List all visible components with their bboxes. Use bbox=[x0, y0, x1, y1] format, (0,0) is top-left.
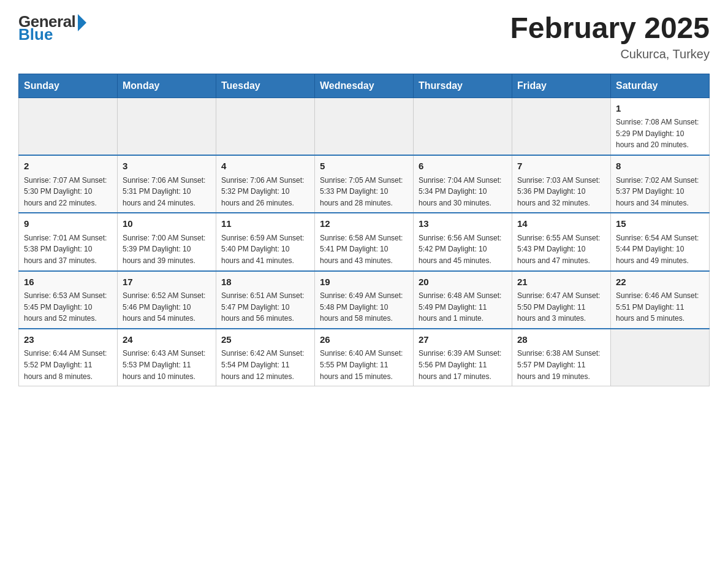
day-info: Sunrise: 6:56 AM Sunset: 5:42 PM Dayligh… bbox=[419, 232, 507, 267]
calendar-cell: 25Sunrise: 6:42 AM Sunset: 5:54 PM Dayli… bbox=[216, 329, 315, 386]
day-number: 20 bbox=[419, 275, 507, 289]
day-info: Sunrise: 6:53 AM Sunset: 5:45 PM Dayligh… bbox=[24, 290, 112, 324]
day-of-week-header: Wednesday bbox=[315, 74, 414, 98]
page-subtitle: Cukurca, Turkey bbox=[510, 47, 710, 61]
logo-blue-text: Blue bbox=[18, 25, 53, 44]
day-number: 7 bbox=[517, 159, 605, 174]
calendar-cell: 10Sunrise: 7:00 AM Sunset: 5:39 PM Dayli… bbox=[118, 213, 216, 270]
day-of-week-header: Thursday bbox=[414, 74, 512, 98]
day-info: Sunrise: 6:48 AM Sunset: 5:49 PM Dayligh… bbox=[419, 290, 507, 324]
calendar-cell: 22Sunrise: 6:46 AM Sunset: 5:51 PM Dayli… bbox=[611, 271, 710, 329]
day-of-week-header: Sunday bbox=[19, 74, 118, 98]
calendar-cell: 4Sunrise: 7:06 AM Sunset: 5:32 PM Daylig… bbox=[216, 155, 315, 213]
day-number: 13 bbox=[419, 217, 507, 231]
day-info: Sunrise: 7:02 AM Sunset: 5:37 PM Dayligh… bbox=[616, 175, 704, 209]
day-of-week-header: Tuesday bbox=[216, 74, 315, 98]
day-info: Sunrise: 6:43 AM Sunset: 5:53 PM Dayligh… bbox=[123, 348, 211, 382]
day-info: Sunrise: 6:40 AM Sunset: 5:55 PM Dayligh… bbox=[320, 348, 408, 382]
calendar-cell: 24Sunrise: 6:43 AM Sunset: 5:53 PM Dayli… bbox=[118, 329, 216, 386]
day-info: Sunrise: 7:00 AM Sunset: 5:39 PM Dayligh… bbox=[123, 232, 211, 267]
calendar-cell bbox=[611, 329, 710, 386]
calendar-cell bbox=[216, 98, 315, 155]
calendar-cell bbox=[118, 98, 216, 155]
calendar-cell bbox=[315, 98, 414, 155]
day-number: 6 bbox=[419, 159, 507, 174]
day-number: 21 bbox=[517, 275, 605, 289]
title-area: February 2025 Cukurca, Turkey bbox=[510, 12, 710, 61]
calendar-table: SundayMondayTuesdayWednesdayThursdayFrid… bbox=[18, 74, 710, 386]
day-number: 12 bbox=[320, 217, 408, 231]
day-info: Sunrise: 6:59 AM Sunset: 5:40 PM Dayligh… bbox=[221, 232, 309, 267]
calendar-cell: 5Sunrise: 7:05 AM Sunset: 5:33 PM Daylig… bbox=[315, 155, 414, 213]
logo: General Blue bbox=[18, 12, 86, 44]
day-info: Sunrise: 6:42 AM Sunset: 5:54 PM Dayligh… bbox=[221, 348, 309, 382]
day-number: 10 bbox=[123, 217, 211, 231]
day-info: Sunrise: 7:06 AM Sunset: 5:31 PM Dayligh… bbox=[123, 175, 211, 209]
day-number: 5 bbox=[320, 159, 408, 174]
day-info: Sunrise: 6:55 AM Sunset: 5:43 PM Dayligh… bbox=[517, 232, 605, 267]
logo-arrow-icon bbox=[78, 14, 86, 31]
day-number: 15 bbox=[616, 217, 704, 231]
calendar-week-row: 16Sunrise: 6:53 AM Sunset: 5:45 PM Dayli… bbox=[19, 271, 710, 329]
calendar-week-row: 9Sunrise: 7:01 AM Sunset: 5:38 PM Daylig… bbox=[19, 213, 710, 270]
calendar-cell: 12Sunrise: 6:58 AM Sunset: 5:41 PM Dayli… bbox=[315, 213, 414, 270]
calendar-cell: 9Sunrise: 7:01 AM Sunset: 5:38 PM Daylig… bbox=[19, 213, 118, 270]
day-number: 4 bbox=[221, 159, 309, 174]
day-number: 17 bbox=[123, 275, 211, 289]
day-number: 1 bbox=[616, 102, 704, 116]
day-number: 19 bbox=[320, 275, 408, 289]
calendar-week-row: 1Sunrise: 7:08 AM Sunset: 5:29 PM Daylig… bbox=[19, 98, 710, 155]
day-info: Sunrise: 7:04 AM Sunset: 5:34 PM Dayligh… bbox=[419, 175, 507, 209]
calendar-cell bbox=[512, 98, 611, 155]
day-number: 25 bbox=[221, 333, 309, 347]
day-info: Sunrise: 7:08 AM Sunset: 5:29 PM Dayligh… bbox=[616, 117, 704, 151]
day-number: 18 bbox=[221, 275, 309, 289]
calendar-cell: 14Sunrise: 6:55 AM Sunset: 5:43 PM Dayli… bbox=[512, 213, 611, 270]
calendar-cell: 3Sunrise: 7:06 AM Sunset: 5:31 PM Daylig… bbox=[118, 155, 216, 213]
calendar-cell: 17Sunrise: 6:52 AM Sunset: 5:46 PM Dayli… bbox=[118, 271, 216, 329]
day-number: 8 bbox=[616, 159, 704, 174]
day-info: Sunrise: 6:47 AM Sunset: 5:50 PM Dayligh… bbox=[517, 290, 605, 324]
calendar-cell bbox=[414, 98, 512, 155]
day-number: 22 bbox=[616, 275, 704, 289]
day-info: Sunrise: 7:06 AM Sunset: 5:32 PM Dayligh… bbox=[221, 175, 309, 209]
calendar-cell bbox=[19, 98, 118, 155]
day-info: Sunrise: 7:03 AM Sunset: 5:36 PM Dayligh… bbox=[517, 175, 605, 209]
day-of-week-header: Saturday bbox=[611, 74, 710, 98]
calendar-cell: 27Sunrise: 6:39 AM Sunset: 5:56 PM Dayli… bbox=[414, 329, 512, 386]
calendar-cell: 23Sunrise: 6:44 AM Sunset: 5:52 PM Dayli… bbox=[19, 329, 118, 386]
calendar-cell: 18Sunrise: 6:51 AM Sunset: 5:47 PM Dayli… bbox=[216, 271, 315, 329]
calendar-cell: 19Sunrise: 6:49 AM Sunset: 5:48 PM Dayli… bbox=[315, 271, 414, 329]
day-info: Sunrise: 6:39 AM Sunset: 5:56 PM Dayligh… bbox=[419, 348, 507, 382]
day-info: Sunrise: 7:07 AM Sunset: 5:30 PM Dayligh… bbox=[24, 175, 112, 209]
day-number: 2 bbox=[24, 159, 112, 174]
day-number: 14 bbox=[517, 217, 605, 231]
calendar-cell: 6Sunrise: 7:04 AM Sunset: 5:34 PM Daylig… bbox=[414, 155, 512, 213]
day-of-week-header: Friday bbox=[512, 74, 611, 98]
calendar-header-row: SundayMondayTuesdayWednesdayThursdayFrid… bbox=[19, 74, 710, 98]
day-number: 27 bbox=[419, 333, 507, 347]
page-title: February 2025 bbox=[510, 12, 710, 45]
calendar-cell: 1Sunrise: 7:08 AM Sunset: 5:29 PM Daylig… bbox=[611, 98, 710, 155]
day-number: 26 bbox=[320, 333, 408, 347]
calendar-cell: 20Sunrise: 6:48 AM Sunset: 5:49 PM Dayli… bbox=[414, 271, 512, 329]
calendar-cell: 2Sunrise: 7:07 AM Sunset: 5:30 PM Daylig… bbox=[19, 155, 118, 213]
day-number: 16 bbox=[24, 275, 112, 289]
day-number: 3 bbox=[123, 159, 211, 174]
calendar-cell: 26Sunrise: 6:40 AM Sunset: 5:55 PM Dayli… bbox=[315, 329, 414, 386]
calendar-cell: 8Sunrise: 7:02 AM Sunset: 5:37 PM Daylig… bbox=[611, 155, 710, 213]
calendar-cell: 15Sunrise: 6:54 AM Sunset: 5:44 PM Dayli… bbox=[611, 213, 710, 270]
day-number: 28 bbox=[517, 333, 605, 347]
calendar-cell: 16Sunrise: 6:53 AM Sunset: 5:45 PM Dayli… bbox=[19, 271, 118, 329]
day-number: 24 bbox=[123, 333, 211, 347]
day-number: 11 bbox=[221, 217, 309, 231]
calendar-cell: 7Sunrise: 7:03 AM Sunset: 5:36 PM Daylig… bbox=[512, 155, 611, 213]
day-info: Sunrise: 6:49 AM Sunset: 5:48 PM Dayligh… bbox=[320, 290, 408, 324]
day-info: Sunrise: 6:52 AM Sunset: 5:46 PM Dayligh… bbox=[123, 290, 211, 324]
calendar-cell: 11Sunrise: 6:59 AM Sunset: 5:40 PM Dayli… bbox=[216, 213, 315, 270]
day-info: Sunrise: 6:58 AM Sunset: 5:41 PM Dayligh… bbox=[320, 232, 408, 267]
day-number: 23 bbox=[24, 333, 112, 347]
day-number: 9 bbox=[24, 217, 112, 231]
day-info: Sunrise: 6:44 AM Sunset: 5:52 PM Dayligh… bbox=[24, 348, 112, 382]
calendar-week-row: 23Sunrise: 6:44 AM Sunset: 5:52 PM Dayli… bbox=[19, 329, 710, 386]
